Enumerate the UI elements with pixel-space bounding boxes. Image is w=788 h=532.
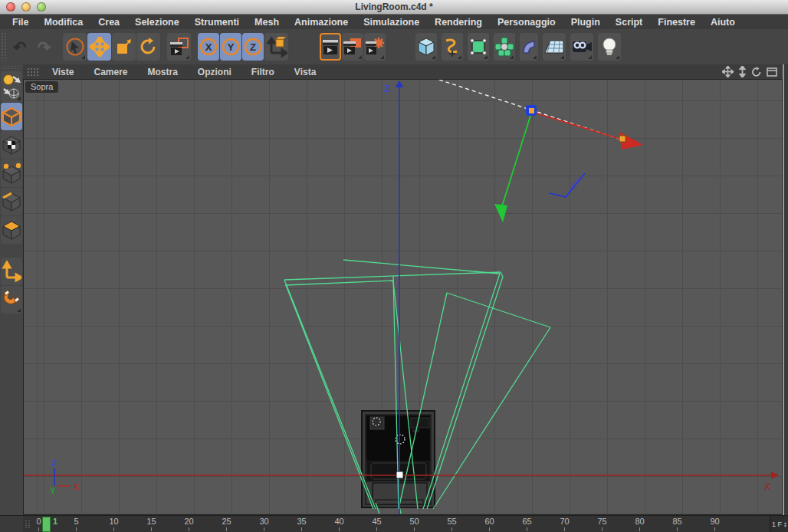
timeline-ruler[interactable]: 0 5 10 15: [23, 516, 770, 532]
frame-value: 1 F: [770, 521, 782, 528]
viewport-menu-item[interactable]: Filtro: [241, 67, 284, 77]
polygon-mode-button[interactable]: [1, 216, 22, 244]
add-light-button[interactable]: [598, 33, 621, 61]
render-settings-button[interactable]: [364, 33, 386, 61]
menu-item[interactable]: Rendering: [427, 17, 490, 28]
pan-view-icon[interactable]: [722, 66, 734, 77]
timeline-tick: 30: [245, 516, 283, 532]
model-mode-icon: [2, 106, 21, 127]
menu-item[interactable]: Script: [608, 17, 650, 28]
magnet-icon: [2, 289, 21, 310]
viewport-top-view[interactable]: Sopra: [23, 79, 783, 515]
viewport-menu-item[interactable]: Camere: [84, 67, 137, 77]
menu-item[interactable]: Strumenti: [187, 17, 247, 28]
render-view-icon: [321, 37, 340, 57]
add-deformer-button[interactable]: [520, 33, 538, 61]
timeline-tick: 25: [208, 516, 245, 532]
x-axis-icon: X: [199, 37, 218, 57]
camera-icon: [571, 38, 593, 55]
make-editable-button[interactable]: [1, 71, 22, 102]
svg-text:X: X: [764, 481, 770, 492]
render-region-button[interactable]: [342, 33, 363, 61]
live-selection-button[interactable]: [63, 33, 87, 61]
timeline-playhead[interactable]: [42, 517, 51, 532]
timeline-tick: 70: [546, 516, 583, 532]
timeline-tick: 45: [358, 516, 396, 532]
polygon-mode-icon: [2, 219, 21, 241]
add-camera-button[interactable]: [570, 33, 593, 61]
svg-text:Y: Y: [50, 486, 56, 495]
light-manipulator[interactable]: [439, 80, 643, 222]
frame-stepper-arrows[interactable]: ▲▼: [783, 521, 788, 527]
clapperboard-icon: [169, 36, 190, 57]
toolbar-drag-handle[interactable]: [1, 32, 6, 61]
zoom-view-icon[interactable]: [738, 66, 747, 77]
viewport-menu-item[interactable]: Viste: [42, 67, 84, 77]
menu-item[interactable]: Aiuto: [703, 17, 743, 28]
panel-divider[interactable]: [783, 64, 788, 515]
menu-item[interactable]: Animazione: [287, 17, 356, 28]
edge-mode-button[interactable]: [1, 188, 22, 215]
texture-mode-button[interactable]: [1, 131, 22, 159]
svg-text:Y: Y: [228, 41, 235, 53]
rotate-tool-button[interactable]: [136, 33, 160, 61]
undo-button[interactable]: ↶: [8, 33, 31, 61]
z-axis-lock-button[interactable]: Z: [242, 33, 264, 61]
timeline-tick: 15: [133, 516, 170, 532]
timeline-tick: 85: [658, 516, 696, 532]
axis-mode-button[interactable]: [1, 258, 22, 285]
viewport-drag-handle[interactable]: [27, 67, 39, 77]
palette-drag-handle[interactable]: [2, 65, 21, 70]
render-view-button[interactable]: [320, 33, 341, 61]
axis-mode-icon: [2, 261, 21, 282]
svg-text:Z: Z: [51, 458, 57, 468]
menu-item[interactable]: Finestre: [650, 17, 703, 28]
add-cube-button[interactable]: [415, 33, 437, 61]
timeline-tick: 55: [433, 516, 471, 532]
add-spline-button[interactable]: [442, 33, 463, 61]
spline-icon: [442, 37, 462, 57]
add-floor-button[interactable]: [543, 33, 566, 61]
mode-palette: [0, 64, 23, 515]
point-mode-button[interactable]: [1, 159, 22, 187]
timeline: 0 5 10 15: [0, 515, 788, 532]
rotate-icon: [139, 37, 159, 57]
render-region-icon: [343, 37, 363, 57]
rotate-view-icon[interactable]: [751, 67, 762, 77]
menu-item[interactable]: Simulazione: [356, 17, 427, 28]
frame-spinner[interactable]: 1 F ▲▼: [770, 516, 788, 532]
svg-text:Z: Z: [250, 41, 256, 53]
x-axis-lock-button[interactable]: X: [198, 33, 219, 61]
y-axis-arrow[interactable]: [494, 204, 507, 222]
viewport-menu-item[interactable]: Mostra: [138, 67, 188, 77]
move-tool-button[interactable]: [87, 33, 111, 61]
add-hypernurbs-button[interactable]: [468, 33, 489, 61]
svg-text:Z: Z: [384, 84, 389, 94]
menu-item[interactable]: Selezione: [127, 17, 187, 28]
redo-icon: ↷: [38, 39, 51, 55]
y-axis-lock-button[interactable]: Y: [220, 33, 241, 61]
viewport-menu-item[interactable]: Vista: [284, 67, 326, 77]
timeline-drag-handle[interactable]: [25, 520, 31, 530]
redo-button[interactable]: ↷: [32, 33, 56, 61]
maximize-view-icon[interactable]: [767, 67, 777, 77]
menu-item[interactable]: Modifica: [37, 17, 91, 28]
menu-item[interactable]: Crea: [90, 17, 127, 28]
menu-item[interactable]: Mesh: [247, 17, 287, 28]
cube-icon: [416, 37, 436, 57]
object-axis-handle[interactable]: [396, 471, 403, 478]
render-settings-icon: [365, 37, 385, 57]
menu-item[interactable]: Plugin: [563, 17, 608, 28]
add-array-button[interactable]: [494, 33, 515, 61]
coordinate-system-button[interactable]: [264, 33, 288, 61]
viewport-menu-item[interactable]: Opzioni: [188, 67, 241, 77]
snap-magnet-button[interactable]: [1, 286, 22, 314]
last-used-tool-button[interactable]: [167, 33, 191, 61]
scale-tool-button[interactable]: [112, 33, 136, 61]
model-mode-button[interactable]: [1, 103, 22, 130]
timeline-tick: 20: [170, 516, 208, 532]
titlebar: LivingRoom.c4d *: [0, 0, 788, 15]
timeline-tick: 10: [95, 516, 133, 532]
menu-item[interactable]: Personaggio: [490, 17, 563, 28]
menu-item[interactable]: File: [5, 17, 37, 28]
